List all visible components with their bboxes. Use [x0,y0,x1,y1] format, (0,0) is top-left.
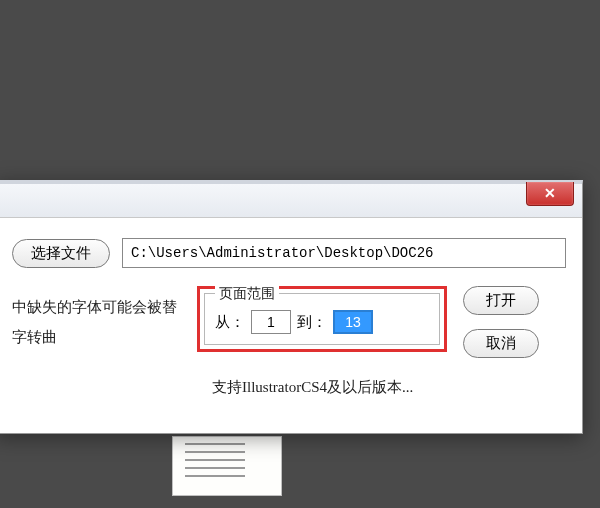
content-row: 中缺失的字体可能会被替 字转曲 页面范围 从： 到： 打开 取消 [12,286,566,358]
action-buttons: 打开 取消 [463,286,539,358]
page-range-legend: 页面范围 [215,285,279,303]
cancel-button[interactable]: 取消 [463,329,539,358]
close-icon: ✕ [544,185,556,201]
file-row: 选择文件 [12,238,566,268]
from-input[interactable] [251,310,291,334]
to-label: 到： [297,313,327,332]
page-range-group: 页面范围 从： 到： [204,293,440,345]
choose-file-button[interactable]: 选择文件 [12,239,110,268]
open-button[interactable]: 打开 [463,286,539,315]
file-open-dialog: ✕ 选择文件 中缺失的字体可能会被替 字转曲 页面范围 从： 到： [0,180,583,434]
to-input[interactable] [333,310,373,334]
dialog-body: 选择文件 中缺失的字体可能会被替 字转曲 页面范围 从： 到： [0,218,582,407]
footer-note: 支持IllustratorCS4及以后版本... [212,378,566,397]
hint-line-1: 中缺失的字体可能会被替 [12,292,187,322]
background-page-thumbnail [172,436,282,496]
dialog-title-bar: ✕ [0,184,582,218]
font-hint-text: 中缺失的字体可能会被替 字转曲 [12,286,187,352]
close-button[interactable]: ✕ [526,182,574,206]
hint-line-2: 字转曲 [12,322,187,352]
from-label: 从： [215,313,245,332]
file-path-input[interactable] [122,238,566,268]
page-range-fields: 从： 到： [215,310,429,334]
page-range-highlight: 页面范围 从： 到： [197,286,447,352]
